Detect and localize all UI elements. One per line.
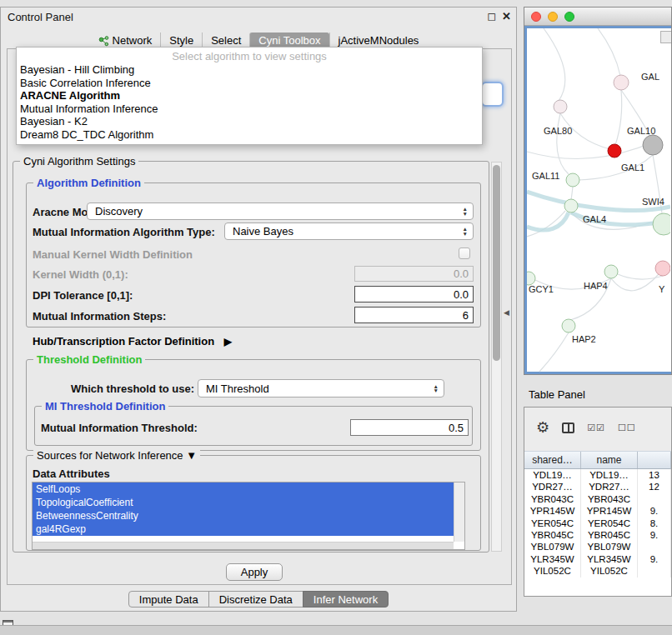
attr-list-vscrollbar[interactable] <box>454 482 464 542</box>
table-row[interactable]: YLR345WYLR345W9. <box>524 553 671 565</box>
network-node[interactable] <box>655 261 670 276</box>
table-row[interactable]: YPR145WYPR145W9. <box>524 505 671 517</box>
table-row[interactable]: YIL052CYIL052C <box>524 565 671 577</box>
network-node[interactable] <box>653 213 670 235</box>
float-window-icon[interactable]: ◻ <box>487 10 496 22</box>
mi-steps-value: 6 <box>463 309 469 322</box>
table-cell: YIL052C <box>524 565 581 577</box>
network-edge[interactable] <box>598 28 620 76</box>
table-row[interactable]: YER054CYER054C8. <box>524 518 671 529</box>
network-edge[interactable] <box>571 187 573 200</box>
network-node[interactable] <box>554 100 567 113</box>
table-row[interactable]: YBR045CYBR045C9. <box>524 529 671 541</box>
settings-scrollbar-thumb[interactable] <box>493 165 500 361</box>
algorithm-option[interactable]: Bayesian - K2 <box>17 115 482 128</box>
network-node[interactable] <box>643 135 663 155</box>
bottom-tab-discretize-data[interactable]: Discretize Data <box>208 591 303 608</box>
table-cell: YDL19… <box>524 469 581 481</box>
table-row[interactable]: YDR27…YDR27…12 <box>524 481 671 492</box>
table-cell: YBR043C <box>524 493 581 505</box>
table-column-header[interactable]: name <box>581 452 638 468</box>
which-threshold-select[interactable]: MI Threshold ▲▼ <box>198 379 444 398</box>
network-window-titlebar[interactable] <box>524 8 671 26</box>
network-node[interactable] <box>614 75 629 90</box>
sources-title-text: Sources for Network Inference <box>37 449 183 462</box>
attr-list-hscrollbar[interactable] <box>33 542 454 549</box>
network-node-label: GAL <box>641 72 659 82</box>
chevron-updown-icon: ▲▼ <box>434 380 439 397</box>
table-panel-title: Table Panel <box>529 388 585 401</box>
algorithm-option[interactable]: Bayesian - Hill Climbing <box>17 63 482 77</box>
dpi-tolerance-field[interactable]: 0.0 <box>354 286 474 302</box>
network-edge[interactable] <box>544 28 565 101</box>
table-column-header[interactable] <box>638 452 671 468</box>
control-panel-title: Control Panel <box>8 11 73 23</box>
table-cell: 9. <box>638 505 671 517</box>
data-attribute-item[interactable]: gal4RGexp <box>33 522 454 536</box>
table-column-header[interactable]: shared… <box>524 452 581 468</box>
table-cell: YBL079W <box>581 541 638 552</box>
bottom-tab-infer-network[interactable]: Infer Network <box>303 591 389 608</box>
data-attribute-item[interactable]: SelfLoops <box>33 482 454 496</box>
mi-steps-field[interactable]: 6 <box>354 307 474 323</box>
bottom-tabs: Impute DataDiscretize DataInfer Network <box>1 591 516 608</box>
network-node[interactable] <box>562 319 575 332</box>
table-row[interactable]: YDL19…YDL19…13 <box>524 469 671 481</box>
close-icon[interactable]: ✕ <box>502 10 511 22</box>
data-attributes-list[interactable]: SelfLoopsTopologicalCoefficientBetweenne… <box>32 482 465 550</box>
close-traffic-light-icon[interactable] <box>531 12 541 22</box>
network-node[interactable] <box>564 199 578 212</box>
data-attribute-item[interactable]: BetweennessCentrality <box>33 509 454 522</box>
zoom-traffic-light-icon[interactable] <box>564 12 574 22</box>
birdseye-toggle-icon[interactable] <box>660 31 671 43</box>
aracne-mode-select[interactable]: Discovery ▲▼ <box>87 202 474 220</box>
kernel-width-field[interactable]: 0.0 <box>354 266 474 282</box>
collapsed-arrow-icon[interactable]: ▶ <box>224 336 232 348</box>
panel-collapse-arrow-icon[interactable]: ◀ <box>504 308 509 317</box>
network-node[interactable] <box>566 173 579 187</box>
algorithm-option[interactable]: Dream8 DC_TDC Algorithm <box>17 128 482 142</box>
table-row[interactable]: YBR043CYBR043C <box>524 493 671 505</box>
control-panel-titlebar[interactable]: Control Panel ◻ ✕ <box>1 8 516 26</box>
mi-steps-label: Mutual Information Steps: <box>33 310 166 322</box>
algorithm-option[interactable]: Mutual Information Inference <box>17 102 482 116</box>
gear-icon[interactable]: ⚙ <box>536 420 549 435</box>
table-toolbar: ⚙ ☑☑ ☐☐ <box>524 408 671 451</box>
network-node-label: GCY1 <box>529 284 554 294</box>
columns-icon[interactable] <box>562 422 574 433</box>
algorithm-option[interactable]: Basic Correlation Inference <box>17 77 482 90</box>
network-icon <box>98 36 109 47</box>
manual-kernel-checkbox[interactable] <box>459 248 470 259</box>
checked-boxes-icon[interactable]: ☑☑ <box>587 422 605 433</box>
table-row[interactable]: YBL079WYBL079W <box>524 541 671 552</box>
expanded-arrow-icon[interactable]: ▼ <box>186 449 197 462</box>
network-edge[interactable] <box>615 90 622 145</box>
hub-tf-section[interactable]: Hub/Transcription Factor Definition ▶ <box>33 335 232 348</box>
settings-scrollbar[interactable] <box>491 162 502 552</box>
data-attribute-item[interactable]: TopologicalCoefficient <box>33 496 454 509</box>
unchecked-boxes-icon[interactable]: ☐☐ <box>618 422 636 433</box>
network-edge[interactable] <box>611 274 659 291</box>
mi-threshold-field[interactable]: 0.5 <box>350 419 469 436</box>
network-edge[interactable] <box>539 332 569 372</box>
network-node[interactable] <box>527 272 535 285</box>
apply-button[interactable]: Apply <box>226 563 283 581</box>
algorithm-option[interactable]: ARACNE Algorithm <box>17 89 482 102</box>
network-canvas[interactable]: GALGAL80GAL10GAL11GAL1SWI4GAL4GCY1HAP4HA… <box>524 26 671 374</box>
network-graph[interactable]: GALGAL80GAL10GAL11GAL1SWI4GAL4GCY1HAP4HA… <box>527 28 670 373</box>
mi-type-select[interactable]: Naive Bayes ▲▼ <box>224 222 474 240</box>
mi-type-label: Mutual Information Algorithm Type: <box>33 226 215 238</box>
network-node-label: GAL4 <box>583 214 606 224</box>
network-edge[interactable] <box>527 146 644 159</box>
kernel-width-label: Kernel Width (0,1): <box>33 268 128 281</box>
minimize-traffic-light-icon[interactable] <box>548 12 558 22</box>
algorithm-combo-fragment[interactable] <box>481 82 504 107</box>
network-node[interactable] <box>604 265 618 278</box>
desktop: Control Panel ◻ ✕ NetworkStyleSelectCyni… <box>0 0 672 635</box>
manual-kernel-label: Manual Kernel Width Definition <box>33 248 193 261</box>
table-cell: 9. <box>638 553 671 565</box>
bottom-tab-impute-data[interactable]: Impute Data <box>128 591 209 608</box>
table-body: YDL19…YDL19…13YDR27…YDR27…12YBR043CYBR04… <box>524 469 671 578</box>
network-node[interactable] <box>608 144 621 158</box>
network-edge-thick[interactable] <box>527 212 569 230</box>
